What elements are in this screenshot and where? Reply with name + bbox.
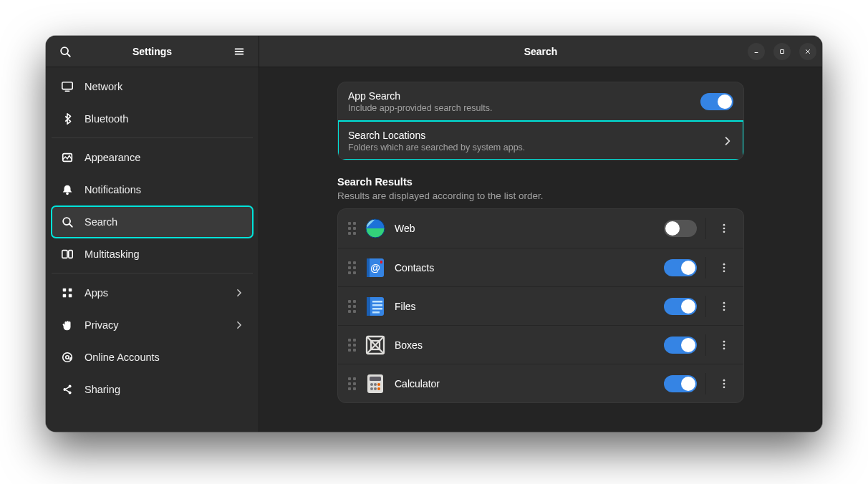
search-results-subtitle: Results are displayed according to the l… (337, 190, 744, 201)
share-icon (60, 383, 74, 396)
sidebar-item-network[interactable]: Network (52, 71, 253, 102)
minimize-icon (753, 48, 760, 55)
calculator-toggle[interactable] (664, 375, 697, 392)
sidebar-item-label: Appearance (85, 152, 244, 163)
app-label: Contacts (395, 262, 655, 274)
app-label: Files (395, 301, 655, 312)
boxes-more-button[interactable] (715, 339, 733, 351)
boxes-toggle[interactable] (664, 337, 697, 354)
sidebar-item-label: Apps (85, 287, 224, 299)
sidebar-item-label: Sharing (85, 384, 244, 395)
search-results-title: Search Results (337, 176, 744, 188)
bell-icon (60, 183, 74, 196)
search-result-row-boxes: Boxes (338, 325, 743, 364)
contacts-toggle[interactable] (664, 259, 697, 276)
app-search-card: App Search Include app-provided search r… (337, 82, 744, 160)
web-toggle[interactable] (664, 220, 697, 237)
app-label: Web (395, 223, 655, 234)
sidebar-item-label: Search (85, 216, 244, 228)
sidebar-header: Settings (46, 36, 259, 67)
chevron-right-icon (722, 135, 733, 147)
window-controls (748, 36, 816, 67)
contacts-more-button[interactable] (715, 262, 733, 274)
sidebar-item-bluetooth[interactable]: Bluetooth (52, 103, 253, 135)
chevron-right-icon (234, 320, 244, 330)
drag-handle[interactable] (348, 339, 356, 352)
search-result-row-calculator: Calculator (338, 364, 743, 402)
sidebar-item-multitasking[interactable]: Multitasking (52, 238, 253, 270)
grid-icon (60, 286, 74, 299)
hand-icon (60, 319, 74, 331)
app-search-title: App Search (348, 90, 692, 102)
search-icon (59, 45, 72, 58)
calculator-app-icon (365, 373, 386, 395)
content: App Search Include app-provided search r… (259, 67, 822, 432)
search-result-row-files: Files (338, 286, 743, 325)
search-locations-title: Search Locations (348, 130, 713, 141)
sidebar-item-apps[interactable]: Apps (52, 277, 253, 309)
app-label: Calculator (395, 378, 655, 389)
kebab-icon (718, 301, 730, 312)
sidebar-item-notifications[interactable]: Notifications (52, 174, 253, 205)
contacts-app-icon (365, 257, 386, 279)
sidebar: Settings Network Bluetooth Appearance No… (46, 36, 259, 432)
sidebar-item-label: Notifications (85, 184, 244, 195)
settings-window: Settings Network Bluetooth Appearance No… (46, 36, 822, 432)
sidebar-item-label: Network (85, 81, 244, 92)
main-header: Search (259, 36, 822, 67)
search-results-list: Web Contacts Fil (337, 208, 744, 403)
search-result-row-contacts: Contacts (338, 248, 743, 286)
sidebar-item-appearance[interactable]: Appearance (52, 142, 253, 173)
drag-handle[interactable] (348, 300, 356, 313)
sidebar-item-label: Online Accounts (85, 352, 244, 363)
maximize-icon (778, 48, 786, 55)
calculator-more-button[interactable] (715, 378, 733, 389)
app-search-subtitle: Include app-provided search results. (348, 103, 692, 113)
close-button[interactable] (799, 43, 816, 60)
web-more-button[interactable] (715, 223, 733, 234)
boxes-app-icon (365, 334, 386, 356)
app-search-toggle[interactable] (700, 93, 733, 110)
appearance-icon (60, 151, 74, 164)
drag-handle[interactable] (348, 222, 356, 235)
search-locations-row[interactable]: Search Locations Folders which are searc… (338, 121, 743, 160)
main-pane: Search App Search (259, 36, 822, 432)
kebab-icon (718, 262, 730, 274)
bt-icon (60, 112, 74, 125)
hamburger-icon (233, 45, 246, 58)
maximize-button[interactable] (773, 43, 791, 60)
app-search-row: App Search Include app-provided search r… (338, 82, 743, 121)
menu-button[interactable] (227, 39, 251, 64)
sidebar-item-search[interactable]: Search (52, 206, 253, 238)
close-icon (804, 48, 811, 55)
search-result-row-web: Web (338, 209, 743, 248)
sidebar-item-online[interactable]: Online Accounts (52, 342, 253, 373)
drag-handle[interactable] (348, 261, 356, 274)
search-results-header: Search Results Results are displayed acc… (337, 176, 744, 201)
page-title: Search (524, 46, 558, 57)
files-toggle[interactable] (664, 298, 697, 315)
minimize-button[interactable] (748, 43, 765, 60)
app-label: Boxes (395, 339, 655, 351)
kebab-icon (718, 339, 730, 351)
sidebar-item-label: Privacy (85, 319, 224, 331)
sidebar-item-sharing[interactable]: Sharing (52, 374, 253, 405)
multi-icon (60, 248, 74, 261)
search-icon (60, 216, 74, 228)
web-app-icon (365, 218, 386, 239)
sidebar-items: Network Bluetooth Appearance Notificatio… (46, 67, 259, 406)
sidebar-item-label: Bluetooth (85, 113, 244, 125)
files-more-button[interactable] (715, 301, 733, 312)
files-app-icon (365, 296, 386, 317)
search-locations-subtitle: Folders which are searched by system app… (348, 142, 713, 153)
at-icon (60, 351, 74, 364)
search-button[interactable] (53, 39, 77, 64)
kebab-icon (718, 378, 730, 389)
sidebar-item-label: Multitasking (85, 248, 244, 260)
chevron-right-icon (234, 288, 244, 298)
kebab-icon (718, 223, 730, 234)
sidebar-title: Settings (132, 46, 172, 57)
sidebar-item-privacy[interactable]: Privacy (52, 309, 253, 341)
drag-handle[interactable] (348, 377, 356, 390)
screen-icon (60, 80, 74, 93)
